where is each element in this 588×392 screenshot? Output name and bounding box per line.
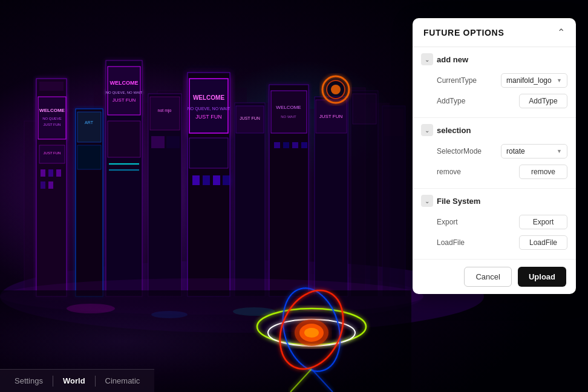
section-label-add-new: add new bbox=[437, 55, 468, 64]
field-row-selector-mode: SelectorMode rotate ▼ bbox=[421, 141, 567, 162]
svg-rect-22 bbox=[39, 82, 64, 91]
svg-rect-51 bbox=[166, 136, 180, 148]
panel-collapse-button[interactable]: ⌃ bbox=[557, 27, 565, 38]
field-label-current-type: CurrentType bbox=[437, 76, 477, 85]
svg-rect-62 bbox=[223, 175, 230, 185]
section-add-new: ⌄ add new CurrentType manifold_logo ▼ Ad… bbox=[413, 47, 576, 118]
svg-text:JUST FUN: JUST FUN bbox=[319, 114, 343, 119]
svg-text:JUST FUN: JUST FUN bbox=[44, 123, 61, 126]
current-type-select[interactable]: manifold_logo ▼ bbox=[501, 73, 567, 88]
svg-rect-61 bbox=[213, 175, 220, 185]
bottom-tab-bar: Settings World Cinematic bbox=[0, 369, 154, 392]
section-label-file-system: File System bbox=[437, 197, 480, 206]
svg-rect-33 bbox=[48, 181, 53, 189]
svg-text:JUST FUN: JUST FUN bbox=[113, 97, 136, 103]
svg-rect-59 bbox=[192, 175, 200, 185]
svg-text:NO QUEVE, NO WAIT: NO QUEVE, NO WAIT bbox=[106, 91, 143, 94]
svg-point-90 bbox=[331, 85, 341, 94]
chevron-down-icon: ▼ bbox=[557, 77, 562, 83]
field-row-remove: remove remove bbox=[421, 162, 567, 182]
svg-text:not mjo: not mjo bbox=[158, 108, 172, 113]
section-header-selection: ⌄ selection bbox=[421, 124, 567, 136]
field-label-export: Export bbox=[437, 218, 458, 226]
chevron-down-icon: ▼ bbox=[557, 148, 562, 154]
section-file-system: ⌄ File System Export Export LoadFile Loa… bbox=[413, 189, 576, 260]
svg-rect-32 bbox=[41, 181, 45, 189]
current-type-value: manifold_logo bbox=[506, 76, 552, 85]
tab-world[interactable]: World bbox=[53, 373, 95, 389]
field-row-load-file: LoadFile LoadFile bbox=[421, 232, 567, 253]
svg-rect-60 bbox=[203, 175, 210, 185]
selector-mode-select[interactable]: rotate ▼ bbox=[501, 144, 567, 158]
load-file-button[interactable]: LoadFile bbox=[519, 235, 567, 250]
svg-point-86 bbox=[233, 307, 275, 316]
svg-text:NO WAIT: NO WAIT bbox=[281, 115, 296, 119]
section-selection: ⌄ selection SelectorMode rotate ▼ remove… bbox=[413, 118, 576, 189]
svg-rect-44 bbox=[108, 121, 140, 157]
panel-footer: Cancel Upload bbox=[413, 260, 576, 294]
tab-settings[interactable]: Settings bbox=[5, 373, 53, 389]
field-row-export: Export Export bbox=[421, 212, 567, 232]
section-toggle-add-new[interactable]: ⌄ bbox=[421, 53, 433, 65]
remove-button[interactable]: remove bbox=[519, 165, 567, 179]
svg-text:JUST FUN: JUST FUN bbox=[240, 116, 260, 120]
svg-rect-79 bbox=[353, 94, 376, 124]
svg-text:JUST FUN: JUST FUN bbox=[44, 151, 61, 155]
field-label-selector-mode: SelectorMode bbox=[437, 147, 482, 155]
add-type-button[interactable]: AddType bbox=[519, 94, 567, 108]
svg-rect-57 bbox=[189, 138, 228, 168]
svg-point-85 bbox=[151, 311, 188, 318]
svg-text:JUST FUN: JUST FUN bbox=[195, 114, 221, 120]
svg-rect-50 bbox=[151, 136, 165, 148]
svg-rect-45 bbox=[109, 163, 139, 165]
panel-header: FUTURE OPTIONS ⌃ bbox=[413, 18, 576, 47]
svg-rect-72 bbox=[283, 142, 289, 148]
svg-rect-73 bbox=[292, 142, 298, 148]
panel-body: ⌄ add new CurrentType manifold_logo ▼ Ad… bbox=[413, 47, 576, 260]
svg-rect-35 bbox=[77, 112, 101, 142]
tab-cinematic[interactable]: Cinematic bbox=[96, 373, 150, 389]
svg-text:WELCOME: WELCOME bbox=[276, 105, 301, 110]
svg-rect-31 bbox=[56, 169, 61, 177]
svg-rect-37 bbox=[77, 145, 101, 169]
svg-rect-30 bbox=[48, 169, 53, 177]
svg-text:WELCOME: WELCOME bbox=[193, 94, 225, 101]
svg-point-84 bbox=[67, 304, 115, 313]
panel-title: FUTURE OPTIONS bbox=[423, 28, 504, 38]
svg-rect-46 bbox=[109, 169, 139, 171]
svg-rect-81 bbox=[384, 109, 403, 136]
field-label-load-file: LoadFile bbox=[437, 238, 465, 247]
future-options-panel: FUTURE OPTIONS ⌃ ⌄ add new CurrentType m… bbox=[413, 18, 576, 294]
section-header-add-new: ⌄ add new bbox=[421, 53, 567, 65]
svg-rect-29 bbox=[41, 169, 45, 177]
section-label-selection: selection bbox=[437, 126, 471, 135]
svg-point-97 bbox=[304, 328, 319, 338]
svg-text:NO QUEVE, NO WAIT: NO QUEVE, NO WAIT bbox=[188, 106, 230, 111]
svg-text:WELCOME: WELCOME bbox=[110, 80, 139, 86]
svg-text:WELCOME: WELCOME bbox=[39, 108, 65, 113]
export-button[interactable]: Export bbox=[519, 215, 567, 229]
svg-text:ART: ART bbox=[85, 120, 94, 125]
field-row-add-type: AddType AddType bbox=[421, 91, 567, 111]
section-toggle-selection[interactable]: ⌄ bbox=[421, 124, 433, 136]
svg-rect-67 bbox=[271, 91, 307, 133]
cancel-button[interactable]: Cancel bbox=[464, 267, 511, 287]
section-header-file-system: ⌄ File System bbox=[421, 195, 567, 207]
svg-text:NO QUEVE: NO QUEVE bbox=[42, 117, 62, 120]
upload-button[interactable]: Upload bbox=[518, 267, 566, 287]
svg-rect-53 bbox=[189, 79, 228, 133]
field-label-remove: remove bbox=[437, 168, 461, 176]
svg-rect-48 bbox=[150, 97, 180, 130]
section-toggle-file-system[interactable]: ⌄ bbox=[421, 195, 433, 207]
selector-mode-value: rotate bbox=[506, 147, 525, 155]
svg-rect-71 bbox=[274, 142, 280, 148]
field-label-add-type: AddType bbox=[437, 97, 465, 105]
field-row-current-type: CurrentType manifold_logo ▼ bbox=[421, 70, 567, 91]
svg-rect-74 bbox=[301, 142, 307, 148]
